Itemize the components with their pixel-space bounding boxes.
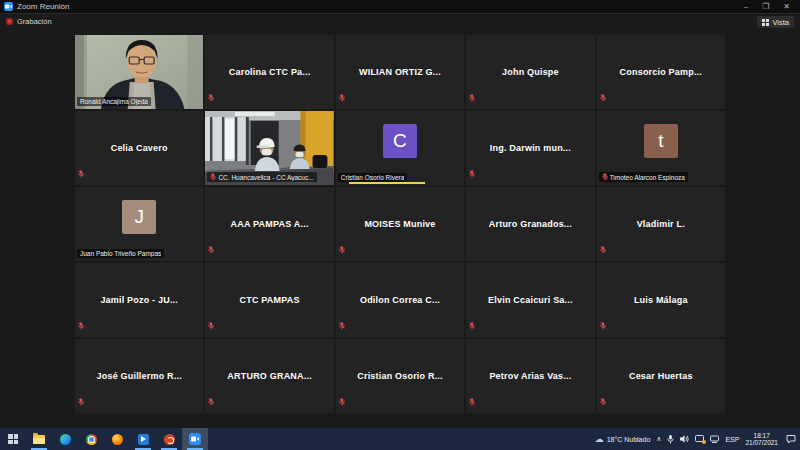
- participant-name: Cristian Osorio Rivera: [341, 174, 405, 181]
- participant-tile[interactable]: Petrov Arias Vas...: [466, 339, 594, 413]
- participant-name: CC. Huancavelica - CC Ayacuc...: [218, 174, 313, 181]
- participant-tile[interactable]: MOISES Munive: [336, 187, 464, 261]
- participant-tile[interactable]: Odilon Correa C...: [336, 263, 464, 337]
- muted-mic-icon: [208, 322, 214, 330]
- muted-mic-icon: [600, 246, 606, 254]
- participant-tile[interactable]: Celia Cavero: [75, 111, 203, 185]
- participant-tile[interactable]: Elvin Ccaicuri Sa...: [466, 263, 594, 337]
- muted-mic-icon: [208, 94, 214, 102]
- participant-name-tag: CC. Huancavelica - CC Ayacuc...: [207, 172, 316, 182]
- muted-mic-icon: [469, 94, 475, 102]
- participant-name: Cesar Huertas: [597, 339, 725, 413]
- network-tray-icon[interactable]: [710, 435, 719, 443]
- view-button-label: Vista: [772, 18, 789, 27]
- muted-mic: [339, 392, 345, 410]
- muted-mic: [600, 88, 606, 106]
- action-center-icon[interactable]: [786, 435, 796, 444]
- muted-mic-icon: [600, 94, 606, 102]
- participant-name: José Guillermo R...: [75, 339, 203, 413]
- weather-text: 18°C Nublado: [607, 436, 651, 443]
- participant-name: Celia Cavero: [75, 111, 203, 185]
- zoom-app-icon: [4, 2, 13, 11]
- powerpoint-icon: [164, 434, 175, 445]
- participant-tile[interactable]: Cristian Osorio R...: [336, 339, 464, 413]
- system-clock[interactable]: 18:17 21/07/2021: [745, 432, 778, 447]
- recording-indicator[interactable]: Grabación: [6, 17, 52, 26]
- participant-tile[interactable]: Cesar Huertas: [597, 339, 725, 413]
- participant-name: Odilon Correa C...: [336, 263, 464, 337]
- muted-mic: [600, 316, 606, 334]
- start-button[interactable]: [0, 428, 26, 450]
- participant-tile[interactable]: WILIAN ORTIZ G...: [336, 35, 464, 109]
- participant-tile[interactable]: CTC PAMPAS: [205, 263, 333, 337]
- taskbar-icon-zoom[interactable]: [182, 428, 208, 450]
- notification-badge-icon[interactable]: [695, 435, 704, 443]
- muted-mic: [339, 240, 345, 258]
- participant-name: Petrov Arias Vas...: [466, 339, 594, 413]
- tray-expand-chevron[interactable]: ∧: [656, 435, 661, 443]
- recording-label: Grabación: [17, 17, 52, 26]
- participant-name: Vladimir L.: [597, 187, 725, 261]
- clock-date: 21/07/2021: [745, 439, 778, 447]
- microphone-tray-icon[interactable]: [667, 435, 674, 444]
- avatar-letter: J: [134, 206, 144, 228]
- chrome-icon: [86, 434, 97, 445]
- muted-mic: [469, 392, 475, 410]
- taskbar-icon-edge[interactable]: [52, 428, 78, 450]
- participant-name-tag: Ronald Ancajima Ojeda: [77, 97, 151, 106]
- participant-tile[interactable]: Jamil Pozo - JU...: [75, 263, 203, 337]
- participant-name: Cristian Osorio R...: [336, 339, 464, 413]
- maximize-button[interactable]: ❐: [762, 0, 769, 14]
- participant-tile[interactable]: John Quispe: [466, 35, 594, 109]
- participant-tile[interactable]: Luis Málaga: [597, 263, 725, 337]
- movies-tv-icon: [138, 434, 149, 445]
- participant-name-tag: Juan Pablo Triveño Pampas: [77, 249, 164, 258]
- participant-tile[interactable]: ARTURO GRANA...: [205, 339, 333, 413]
- close-button[interactable]: ✕: [783, 0, 790, 14]
- grid-view-icon: [762, 19, 769, 26]
- participant-name: Ronald Ancajima Ojeda: [80, 98, 148, 105]
- participant-name: Arturo Granados...: [466, 187, 594, 261]
- muted-mic-icon: [469, 322, 475, 330]
- participant-name: Timoteo Alarcon Espinoza: [610, 174, 685, 181]
- weather-widget[interactable]: ☁ 18°C Nublado: [595, 434, 651, 444]
- muted-mic-icon: [600, 398, 606, 406]
- language-indicator[interactable]: ESP: [725, 436, 739, 443]
- minimize-button[interactable]: –: [744, 0, 748, 14]
- muted-mic: [339, 88, 345, 106]
- muted-mic-icon: [469, 170, 475, 178]
- participant-tile[interactable]: Carolina CTC Pa...: [205, 35, 333, 109]
- muted-mic: [469, 316, 475, 334]
- participant-tile[interactable]: Arturo Granados...: [466, 187, 594, 261]
- edge-icon: [60, 434, 71, 445]
- participant-tile[interactable]: Consorcio Pamp...: [597, 35, 725, 109]
- speaker-tray-icon[interactable]: [680, 435, 689, 443]
- taskbar-icon-powerpoint[interactable]: [156, 428, 182, 450]
- muted-mic-icon: [208, 398, 214, 406]
- participant-name: Consorcio Pamp...: [597, 35, 725, 109]
- muted-mic: [339, 316, 345, 334]
- participant-tile[interactable]: CCristian Osorio Rivera: [336, 111, 464, 185]
- view-button[interactable]: Vista: [757, 16, 794, 28]
- participant-tile[interactable]: AAA PAMPAS A...: [205, 187, 333, 261]
- speaking-indicator: [349, 182, 425, 184]
- participant-tile[interactable]: tTimoteo Alarcon Espinoza: [597, 111, 725, 185]
- taskbar-icon-file-explorer[interactable]: [26, 428, 52, 450]
- participant-tile[interactable]: Vladimir L.: [597, 187, 725, 261]
- muted-mic-icon: [78, 170, 84, 178]
- file-explorer-icon: [33, 435, 45, 444]
- participant-avatar: J: [122, 200, 156, 234]
- taskbar-icon-firefox[interactable]: [104, 428, 130, 450]
- muted-mic-icon: [210, 173, 216, 181]
- taskbar-icon-chrome[interactable]: [78, 428, 104, 450]
- participant-name: Carolina CTC Pa...: [205, 35, 333, 109]
- participant-tile[interactable]: Ronald Ancajima Ojeda: [75, 35, 203, 109]
- participant-tile[interactable]: CC. Huancavelica - CC Ayacuc...: [205, 111, 333, 185]
- participant-tile[interactable]: JJuan Pablo Triveño Pampas: [75, 187, 203, 261]
- participant-tile[interactable]: Ing. Darwin mun...: [466, 111, 594, 185]
- taskbar-icon-movies-tv[interactable]: [130, 428, 156, 450]
- muted-mic-icon: [78, 322, 84, 330]
- muted-mic: [469, 88, 475, 106]
- participant-tile[interactable]: José Guillermo R...: [75, 339, 203, 413]
- participant-name: Elvin Ccaicuri Sa...: [466, 263, 594, 337]
